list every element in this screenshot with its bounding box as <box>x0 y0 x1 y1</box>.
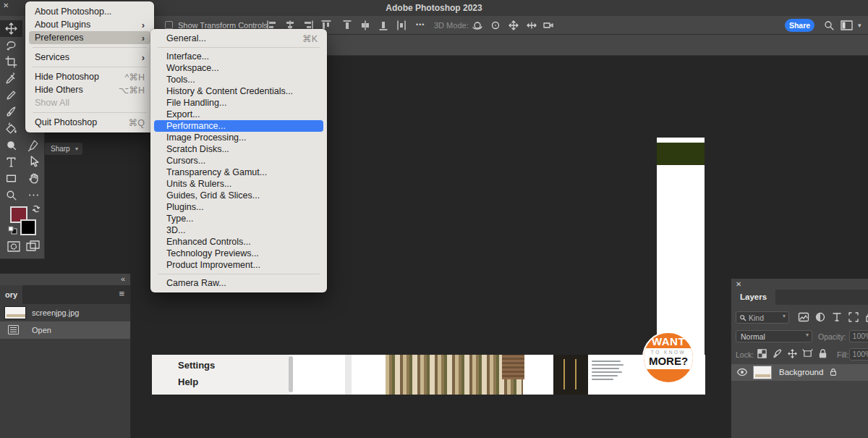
distribute-horizontal-icon[interactable] <box>396 20 407 31</box>
pen-tool[interactable] <box>22 137 45 153</box>
menu-item-scratch-disks[interactable]: Scratch Disks... <box>154 143 323 155</box>
menu-item-about-photoshop[interactable]: About Photoshop... <box>29 5 150 18</box>
menu-item-enhanced-controls[interactable]: Enhanced Controls... <box>154 236 323 248</box>
align-top-icon[interactable] <box>341 20 353 31</box>
share-button[interactable]: Share <box>785 19 814 32</box>
search-icon[interactable] <box>823 20 835 31</box>
menu-item-3d[interactable]: 3D... <box>154 224 323 236</box>
zoom-tool[interactable] <box>0 187 22 203</box>
default-colors-icon[interactable] <box>8 226 17 236</box>
align-bottom-edges-icon[interactable] <box>378 20 389 31</box>
crop-tool[interactable] <box>0 54 22 70</box>
filter-shape-layers-icon[interactable] <box>848 311 859 323</box>
menu-item-type[interactable]: Type... <box>154 213 323 224</box>
blend-mode-dropdown[interactable]: Normal ▾ <box>736 330 812 342</box>
filter-pixel-layers-icon[interactable] <box>798 311 809 323</box>
menu-item-label: Performance... <box>166 121 318 131</box>
document-canvas[interactable]: Settings Help <box>152 355 705 395</box>
lock-transparency-icon[interactable] <box>757 348 768 360</box>
tab-history[interactable]: ory <box>0 285 22 304</box>
more-tools-icon[interactable] <box>22 187 45 203</box>
menu-item-about-plugins[interactable]: About Plugins› <box>29 18 150 31</box>
menu-item-interface[interactable]: Interface... <box>154 51 323 62</box>
eyedropper-tool[interactable] <box>0 70 22 87</box>
menu-item-hide-others[interactable]: Hide Others⌥⌘H <box>29 83 150 96</box>
menu-item-workspace[interactable]: Workspace... <box>154 62 323 74</box>
layer-row-background[interactable]: Background <box>731 364 868 381</box>
screen-mode-icon[interactable] <box>26 240 41 256</box>
workspace-switcher-icon[interactable] <box>841 20 852 32</box>
filter-smart-objects-icon[interactable] <box>864 311 868 323</box>
menu-separator <box>33 47 147 48</box>
blur-tool[interactable] <box>0 137 22 153</box>
lock-position-icon[interactable] <box>787 348 799 360</box>
menu-item-general[interactable]: General...⌘K <box>154 33 323 44</box>
slide-3d-icon[interactable] <box>526 20 537 31</box>
menu-item-transparency-gamut[interactable]: Transparency & Gamut... <box>154 167 323 178</box>
options-overflow-icon[interactable]: ••• <box>416 16 425 35</box>
pencil-tool[interactable] <box>0 87 22 104</box>
document-caption-text-lines <box>592 361 624 382</box>
workspace-chevron-icon[interactable]: ▾ <box>858 22 861 29</box>
lasso-tool[interactable] <box>0 37 22 54</box>
lock-all-icon[interactable] <box>817 348 829 360</box>
paint-bucket-tool[interactable] <box>0 120 22 137</box>
show-transform-controls-checkbox[interactable] <box>165 21 173 29</box>
move-tool[interactable] <box>0 20 22 37</box>
lock-artboard-icon[interactable] <box>802 348 814 360</box>
menu-item-label: Enhanced Controls... <box>166 237 318 247</box>
history-snapshot-row[interactable]: screenjpg.jpg <box>0 304 130 321</box>
menu-item-history-content-credentials[interactable]: History & Content Credentials... <box>154 85 323 97</box>
menu-item-export[interactable]: Export... <box>154 109 323 120</box>
visibility-eye-icon[interactable] <box>736 367 748 379</box>
lock-pixels-icon[interactable] <box>772 348 783 360</box>
menu-item-label: About Plugins <box>35 20 135 30</box>
opacity-label: Opacity: <box>818 332 846 341</box>
menu-item-guides-grid-slices[interactable]: Guides, Grid & Slices... <box>154 190 323 201</box>
type-tool[interactable] <box>0 153 22 170</box>
menu-item-label: Plugins... <box>166 202 318 212</box>
brush-preset-dropdown[interactable]: Sharp ▾ <box>45 143 82 155</box>
menu-item-hide-photoshop[interactable]: Hide Photoshop^⌘H <box>29 70 150 83</box>
background-color-swatch[interactable] <box>20 219 36 235</box>
layer-thumbnail[interactable] <box>753 366 772 379</box>
menu-item-units-rulers[interactable]: Units & Rulers... <box>154 178 323 190</box>
panel-menu-icon[interactable]: ≡ <box>119 288 124 299</box>
menu-item-services[interactable]: Services› <box>29 51 150 64</box>
toolbar-close-icon[interactable]: ✕ <box>3 2 9 9</box>
menu-item-tools[interactable]: Tools... <box>154 74 323 85</box>
menu-item-performance[interactable]: Performance... <box>154 120 323 132</box>
swap-colors-icon[interactable] <box>32 205 41 214</box>
menu-item-label: About Photoshop... <box>35 7 145 17</box>
history-open-row[interactable]: Open <box>0 321 130 339</box>
distribute-vertical-centers-icon[interactable] <box>359 20 371 31</box>
menu-item-preferences[interactable]: Preferences› <box>29 31 150 44</box>
layer-filter-kind-dropdown[interactable]: Kind ▾ <box>736 311 789 324</box>
filter-adjustment-layers-icon[interactable] <box>814 311 826 323</box>
menu-item-label: Services <box>35 52 135 62</box>
menu-item-plugins[interactable]: Plugins... <box>154 201 323 213</box>
direct-selection-tool[interactable] <box>22 153 45 170</box>
menu-item-product-improvement[interactable]: Product Improvement... <box>154 259 323 271</box>
rectangle-tool[interactable] <box>0 170 22 187</box>
menu-item-file-handling[interactable]: File Handling... <box>154 97 323 109</box>
close-panel-icon[interactable]: ✕ <box>736 280 741 288</box>
filter-type-layers-icon[interactable] <box>831 311 843 323</box>
menu-item-cursors[interactable]: Cursors... <box>154 155 323 167</box>
roll-3d-icon[interactable] <box>490 20 501 31</box>
pan-3d-icon[interactable] <box>508 20 519 31</box>
orbit-3d-icon[interactable] <box>472 20 483 31</box>
menu-item-quit-photoshop[interactable]: Quit Photoshop⌘Q <box>29 116 150 129</box>
menu-item-image-processing[interactable]: Image Processing... <box>154 132 323 143</box>
quick-mask-icon[interactable] <box>7 241 20 255</box>
menu-item-label: Type... <box>166 214 318 224</box>
brush-tool[interactable] <box>0 104 22 120</box>
collapse-panels-icon[interactable]: « <box>121 274 125 283</box>
opacity-input[interactable]: 100% <box>849 330 868 342</box>
menu-item-camera-raw[interactable]: Camera Raw... <box>154 277 323 289</box>
menu-item-technology-previews[interactable]: Technology Previews... <box>154 248 323 259</box>
hand-tool[interactable] <box>22 170 45 187</box>
fill-input[interactable]: 100% <box>849 348 868 361</box>
tab-layers[interactable]: Layers <box>731 290 775 305</box>
camera-3d-icon[interactable] <box>542 20 554 31</box>
